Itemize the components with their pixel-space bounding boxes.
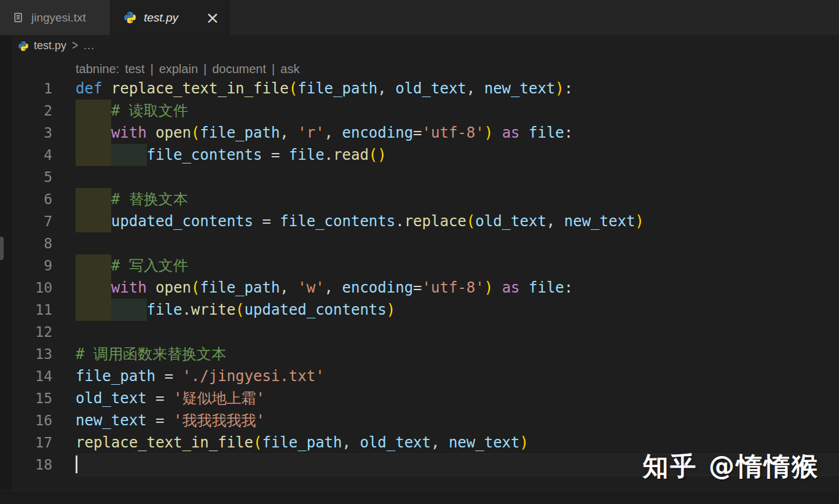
code-line[interactable]: 1def replace_text_in_file(file_path, old…	[0, 77, 839, 100]
code-line[interactable]: 16new_text = '我我我我我'	[0, 409, 839, 431]
code-token: file_path	[200, 124, 280, 141]
code-token: file	[529, 279, 564, 296]
code-token: as	[502, 124, 520, 141]
code-content[interactable]: file_contents = file.read()	[76, 144, 839, 166]
indent-highlight	[111, 299, 147, 321]
codelens-action-document[interactable]: document	[212, 61, 266, 77]
editor-pane[interactable]: tabnine: test | explain | document | ask…	[0, 57, 839, 476]
code-line[interactable]: 12	[0, 321, 839, 343]
tab-jingyesi-txt[interactable]: jingyesi.txt	[0, 0, 111, 35]
code-token: # 替换文本	[111, 191, 188, 208]
codelens-action-explain[interactable]: explain	[159, 61, 198, 77]
tab-test-py[interactable]: test.py ×	[111, 0, 229, 35]
code-token: file	[289, 146, 325, 163]
code-content[interactable]: old_text = '疑似地上霜'	[76, 387, 839, 409]
watermark: 知乎 @惰惰猴	[642, 449, 819, 484]
codelens-separator: |	[272, 61, 275, 77]
code-token: .	[182, 301, 191, 318]
code-token: =	[147, 412, 173, 429]
code-token: =	[253, 213, 280, 230]
breadcrumb: test.py > ...	[0, 35, 839, 57]
close-icon[interactable]: ×	[205, 9, 219, 26]
code-token: '我我我我我'	[173, 412, 265, 429]
code-line[interactable]: 4file_contents = file.read()	[0, 144, 839, 166]
code-token: updated_contents	[111, 213, 253, 230]
code-rows: 1def replace_text_in_file(file_path, old…	[0, 77, 839, 476]
code-line[interactable]: 11file.write(updated_contents)	[0, 299, 839, 321]
code-token: )	[635, 213, 644, 230]
code-token: updated_contents	[245, 301, 387, 318]
code-token: )	[484, 124, 493, 141]
code-content[interactable]	[76, 232, 839, 254]
code-token: write	[191, 301, 235, 318]
code-token: open	[156, 279, 191, 296]
codelens-action-test[interactable]: test	[125, 61, 144, 77]
code-token: def	[76, 80, 102, 97]
codelens-separator: |	[203, 61, 207, 77]
code-line[interactable]: 14file_path = './jingyesi.txt'	[0, 365, 839, 387]
indent-highlight	[76, 144, 111, 166]
code-token	[520, 124, 529, 141]
code-token: :	[564, 124, 573, 141]
code-line[interactable]: 9# 写入文件	[0, 254, 839, 277]
code-token: file_path	[297, 80, 377, 97]
code-content[interactable]: with open(file_path, 'w', encoding='utf-…	[76, 277, 839, 299]
code-content[interactable]: def replace_text_in_file(file_path, old_…	[76, 77, 839, 100]
code-line[interactable]: 8	[0, 232, 839, 254]
code-content[interactable]: new_text = '我我我我我'	[76, 409, 839, 431]
codelens-action-ask[interactable]: ask	[280, 61, 299, 77]
indent-highlight	[76, 254, 111, 277]
breadcrumb-item-symbol[interactable]: ...	[84, 39, 95, 52]
code-token: ,	[325, 124, 342, 141]
panel-edge	[0, 490, 839, 504]
indent-highlight	[76, 210, 111, 232]
code-line[interactable]: 3with open(file_path, 'r', encoding='utf…	[0, 122, 839, 144]
breadcrumb-item-file[interactable]: test.py	[34, 39, 66, 52]
code-token: ,	[377, 80, 395, 97]
code-token	[493, 124, 502, 141]
text-file-icon	[13, 12, 23, 23]
code-token: 'utf-8'	[422, 279, 484, 296]
code-content[interactable]: # 读取文件	[76, 100, 839, 122]
code-content[interactable]: file_path = './jingyesi.txt'	[76, 365, 839, 387]
code-content[interactable]	[76, 321, 839, 343]
code-content[interactable]: # 调用函数来替换文本	[76, 343, 839, 365]
text-cursor	[76, 455, 77, 473]
code-content[interactable]: # 写入文件	[76, 254, 839, 277]
codelens-provider-label: tabnine:	[76, 61, 119, 77]
indent-highlight	[76, 188, 111, 210]
code-token: (	[191, 279, 200, 296]
code-token: file	[529, 124, 564, 141]
code-token: # 写入文件	[111, 257, 188, 274]
code-line[interactable]: 10with open(file_path, 'w', encoding='ut…	[0, 277, 839, 299]
code-token: file_contents	[280, 213, 395, 230]
code-token: file_path	[262, 434, 342, 451]
codelens: tabnine: test | explain | document | ask	[0, 57, 839, 77]
code-content[interactable]	[76, 166, 839, 188]
code-token: )	[484, 279, 493, 296]
code-token: )	[387, 301, 395, 318]
code-content[interactable]: updated_contents = file_contents.replace…	[76, 210, 839, 232]
code-token: ,	[325, 279, 342, 296]
code-line[interactable]: 6# 替换文本	[0, 188, 839, 210]
code-line[interactable]: 13# 调用函数来替换文本	[0, 343, 839, 365]
indent-highlight	[111, 144, 147, 166]
code-line[interactable]: 2# 读取文件	[0, 100, 839, 122]
code-token: new_text	[484, 80, 556, 97]
code-token: old_text	[395, 80, 467, 97]
code-token: =	[156, 368, 182, 385]
code-token: .	[325, 146, 333, 163]
code-token: =	[413, 279, 422, 296]
code-content[interactable]: # 替换文本	[76, 188, 839, 210]
code-token: =	[147, 390, 173, 407]
code-content[interactable]: with open(file_path, 'r', encoding='utf-…	[76, 122, 839, 144]
code-token: ,	[431, 434, 449, 451]
code-line[interactable]: 7updated_contents = file_contents.replac…	[0, 210, 839, 232]
code-content[interactable]: file.write(updated_contents)	[76, 299, 839, 321]
code-line[interactable]: 5	[0, 166, 839, 188]
sash-handle[interactable]	[0, 237, 4, 260]
code-line[interactable]: 15old_text = '疑似地上霜'	[0, 387, 839, 409]
code-token: as	[502, 279, 520, 296]
code-token: :	[564, 80, 573, 97]
code-token: ,	[280, 124, 297, 141]
